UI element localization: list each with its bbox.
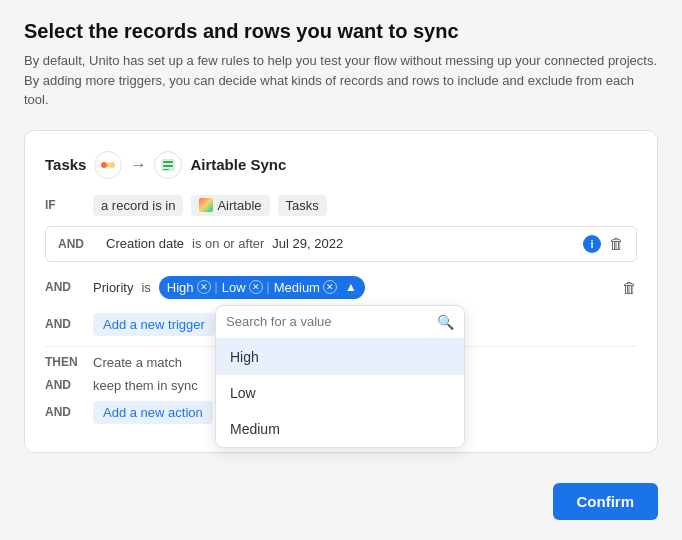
page-title: Select the records and rows you want to … [24,20,658,43]
tag-sep-2: | [267,280,270,294]
and-label-keep: AND [45,378,85,392]
and-label-2: AND [45,280,85,294]
svg-point-0 [101,162,107,168]
creation-date-row: AND Creation date is on or after Jul 29,… [45,226,637,262]
search-icon: 🔍 [437,314,454,330]
priority-op: is [141,280,150,295]
tag-high-close[interactable]: ✕ [197,280,211,294]
creation-date-op: is on or after [192,236,264,251]
svg-point-1 [109,162,115,168]
target-icon [154,151,182,179]
then-text: Create a match [93,355,182,370]
add-action-button[interactable]: Add a new action [93,401,213,424]
delete-condition-1-icon[interactable]: 🗑 [609,235,624,252]
dropdown-item-high[interactable]: High [216,339,464,375]
creation-date-field: Creation date [106,236,184,251]
and-label-1: AND [58,237,98,251]
sync-card: Tasks → Airtable Sync IF a record is in … [24,130,658,453]
priority-dropdown: 🔍 High Low Medium [215,305,465,448]
airtable-icon [199,198,213,212]
if-row: IF a record is in Airtable Tasks [45,195,637,216]
page-subtitle: By default, Unito has set up a few rules… [24,51,658,110]
tag-sep-1: | [215,280,218,294]
then-label: THEN [45,355,85,369]
confirm-button[interactable]: Confirm [553,483,659,520]
info-icon[interactable]: i [583,235,601,253]
search-box: 🔍 [216,306,464,339]
dropdown-item-medium[interactable]: Medium [216,411,464,447]
page-container: Select the records and rows you want to … [0,0,682,533]
flow-header: Tasks → Airtable Sync [45,151,637,179]
priority-chevron-icon[interactable]: ▲ [345,280,357,294]
priority-field: Priority [93,280,133,295]
if-label: IF [45,198,85,212]
priority-section: AND Priority is High ✕ | Low ✕ | Medium [45,272,637,303]
tag-medium-close[interactable]: ✕ [323,280,337,294]
airtable-pill: Airtable [191,195,269,216]
priority-tags[interactable]: High ✕ | Low ✕ | Medium ✕ ▲ [159,276,365,299]
tag-medium: Medium ✕ [274,280,337,295]
flow-source-label: Tasks [45,156,86,173]
delete-priority-icon[interactable]: 🗑 [622,279,637,296]
and-label-action: AND [45,405,85,419]
if-text: a record is in [93,195,183,216]
add-trigger-button[interactable]: Add a new trigger [93,313,215,336]
svg-rect-5 [163,169,169,170]
source-icon [94,151,122,179]
if-table: Tasks [278,195,327,216]
creation-date-value: Jul 29, 2022 [272,236,343,251]
keep-sync-text: keep them in sync [93,378,198,393]
tag-high: High ✕ [167,280,211,295]
arrow-icon: → [130,156,146,174]
dropdown-item-low[interactable]: Low [216,375,464,411]
condition-actions: i 🗑 [583,235,624,253]
tag-low: Low ✕ [222,280,263,295]
priority-row: AND Priority is High ✕ | Low ✕ | Medium [45,272,637,303]
flow-target-label: Airtable Sync [190,156,286,173]
if-tool: Airtable [217,198,261,213]
and-label-3: AND [45,317,85,331]
tag-low-close[interactable]: ✕ [249,280,263,294]
svg-rect-4 [163,165,173,167]
svg-rect-3 [163,161,173,163]
search-input[interactable] [226,314,431,329]
